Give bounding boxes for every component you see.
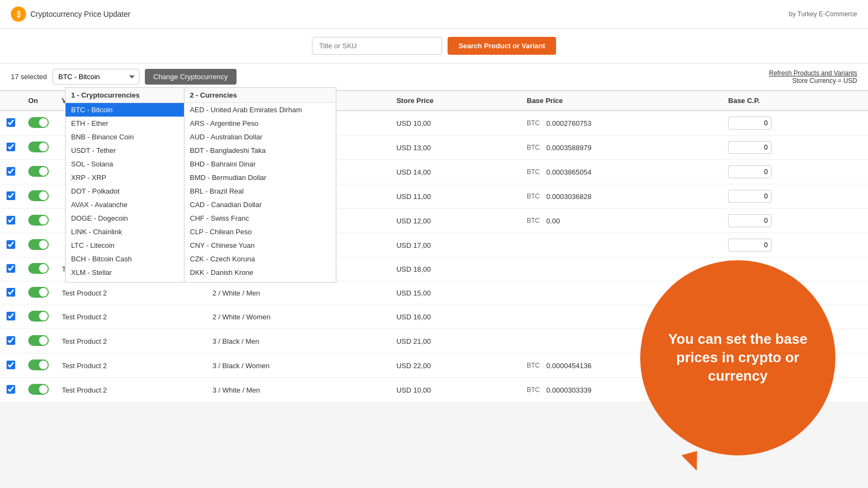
change-cryptocurrency-button[interactable]: Change Cryptocurrency xyxy=(145,69,237,85)
row-toggle-cell[interactable] xyxy=(22,184,55,209)
crypto-items[interactable]: BTC - BitcoinETH - EtherBNB - Binance Co… xyxy=(66,103,184,282)
row-checkbox-cell[interactable] xyxy=(0,136,22,160)
currency-list-item[interactable]: CZK - Czech Koruna xyxy=(184,252,336,266)
row-checkbox[interactable] xyxy=(7,191,15,200)
crypto-list-item[interactable]: XLM - Stellar xyxy=(66,266,184,279)
row-toggle[interactable] xyxy=(28,359,49,370)
currency-list-item[interactable]: EUR - Euro xyxy=(184,279,336,282)
row-checkbox-cell[interactable] xyxy=(0,258,22,281)
row-toggle[interactable] xyxy=(28,311,49,322)
crypto-dropdown-list[interactable]: 1 - Cryptocurrencies BTC - BitcoinETH - … xyxy=(65,87,184,282)
crypto-list-item[interactable]: LINK - Chainlink xyxy=(66,225,184,239)
row-base-cp-input[interactable] xyxy=(728,239,771,252)
currency-list-item[interactable]: CNY - Chinese Yuan xyxy=(184,239,336,252)
row-base-cp-input[interactable] xyxy=(728,165,771,178)
currency-list-item[interactable]: BRL - Brazil Real xyxy=(184,184,336,198)
row-checkbox-cell[interactable] xyxy=(0,329,22,354)
row-checkbox[interactable] xyxy=(7,336,15,345)
row-toggle[interactable] xyxy=(28,166,49,177)
row-toggle-cell[interactable] xyxy=(22,160,55,184)
currency-list-item[interactable]: AED - United Arab Emirates Dirham xyxy=(184,103,336,117)
row-base-value: 0.0003588979 xyxy=(546,144,591,152)
crypto-list-item[interactable]: ETH - Ether xyxy=(66,117,184,130)
row-base-cp-input[interactable] xyxy=(728,117,771,130)
row-checkbox[interactable] xyxy=(7,288,15,297)
crypto-list-item[interactable]: AVAX - Avalanche xyxy=(66,198,184,211)
search-button[interactable]: Search Product or Variant xyxy=(448,37,556,55)
row-toggle-cell[interactable] xyxy=(22,305,55,329)
crypto-list-item[interactable]: DOT - Polkadot xyxy=(66,184,184,198)
row-base-cp-input[interactable] xyxy=(728,214,771,227)
row-toggle[interactable] xyxy=(28,287,49,298)
row-checkbox[interactable] xyxy=(7,216,15,224)
currency-list-item[interactable]: CAD - Canadian Dollar xyxy=(184,198,336,211)
row-toggle[interactable] xyxy=(28,239,49,250)
row-checkbox[interactable] xyxy=(7,118,15,127)
row-toggle[interactable] xyxy=(28,215,49,226)
row-toggle-cell[interactable] xyxy=(22,354,55,378)
row-toggle[interactable] xyxy=(28,263,49,274)
currency-list-item[interactable]: BDT - Bangladeshi Taka xyxy=(184,144,336,157)
currency-list-item[interactable]: BMD - Bermudian Dollar xyxy=(184,171,336,184)
row-checkbox[interactable] xyxy=(7,312,15,320)
row-base-cp-input[interactable] xyxy=(728,141,771,154)
col-store-price: Store Price xyxy=(390,91,520,111)
row-checkbox-cell[interactable] xyxy=(0,160,22,184)
refresh-link[interactable]: Refresh Products and Variants xyxy=(769,69,857,77)
crypto-list-item[interactable]: SOL - Solana xyxy=(66,157,184,171)
row-toggle-cell[interactable] xyxy=(22,111,55,136)
row-checkbox-cell[interactable] xyxy=(0,305,22,329)
search-input[interactable] xyxy=(312,37,442,55)
row-base-cp[interactable] xyxy=(722,233,868,258)
crypto-list-item[interactable]: BTC - Bitcoin xyxy=(66,103,184,117)
crypto-list-item[interactable]: USDT - Tether xyxy=(66,144,184,157)
row-base-cp[interactable] xyxy=(722,184,868,209)
row-toggle[interactable] xyxy=(28,190,49,201)
row-checkbox-cell[interactable] xyxy=(0,209,22,233)
row-checkbox-cell[interactable] xyxy=(0,184,22,209)
row-checkbox-cell[interactable] xyxy=(0,378,22,402)
currency-items[interactable]: AED - United Arab Emirates DirhamARS - A… xyxy=(184,103,336,282)
row-base-cp[interactable] xyxy=(722,136,868,160)
row-toggle[interactable] xyxy=(28,142,49,152)
row-base-cp[interactable] xyxy=(722,209,868,233)
row-toggle-cell[interactable] xyxy=(22,281,55,305)
row-toggle-cell[interactable] xyxy=(22,233,55,258)
row-base-cp[interactable] xyxy=(722,160,868,184)
row-checkbox-cell[interactable] xyxy=(0,354,22,378)
row-toggle[interactable] xyxy=(28,335,49,346)
row-checkbox[interactable] xyxy=(7,361,15,369)
crypto-list-item[interactable]: DOGE - Dogecoin xyxy=(66,211,184,225)
currency-list-item[interactable]: ARS - Argentine Peso xyxy=(184,117,336,130)
row-base-cp-input[interactable] xyxy=(728,190,771,203)
currency-dropdown-list[interactable]: 2 - Currencies AED - United Arab Emirate… xyxy=(184,87,336,282)
row-toggle[interactable] xyxy=(28,384,49,395)
row-toggle-cell[interactable] xyxy=(22,378,55,402)
row-toggle[interactable] xyxy=(28,117,49,128)
currency-list-item[interactable]: CLP - Chilean Peso xyxy=(184,225,336,239)
currency-list-item[interactable]: BHD - Bahraini Dinar xyxy=(184,157,336,171)
row-checkbox-cell[interactable] xyxy=(0,233,22,258)
row-checkbox[interactable] xyxy=(7,167,15,176)
row-checkbox[interactable] xyxy=(7,240,15,249)
row-toggle-cell[interactable] xyxy=(22,136,55,160)
crypto-list-item[interactable]: LTC - Litecoin xyxy=(66,239,184,252)
crypto-select[interactable]: BTC - Bitcoin xyxy=(53,69,139,85)
row-base-currency: BTC xyxy=(527,192,542,200)
row-checkbox[interactable] xyxy=(7,143,15,151)
row-toggle-cell[interactable] xyxy=(22,329,55,354)
row-checkbox-cell[interactable] xyxy=(0,111,22,136)
row-checkbox[interactable] xyxy=(7,264,15,273)
row-checkbox-cell[interactable] xyxy=(0,281,22,305)
crypto-list-item[interactable]: XRP - XRP xyxy=(66,171,184,184)
row-base-cp[interactable] xyxy=(722,111,868,136)
crypto-list-item[interactable]: BNB - Binance Coin xyxy=(66,130,184,144)
crypto-list-item[interactable]: BCH - Bitcoin Cash xyxy=(66,252,184,266)
crypto-list-item[interactable]: ETC - Ethereum Classic xyxy=(66,279,184,282)
row-checkbox[interactable] xyxy=(7,385,15,394)
currency-list-item[interactable]: DKK - Danish Krone xyxy=(184,266,336,279)
currency-list-item[interactable]: CHF - Swiss Franc xyxy=(184,211,336,225)
currency-list-item[interactable]: AUD - Australian Dollar xyxy=(184,130,336,144)
row-toggle-cell[interactable] xyxy=(22,209,55,233)
row-toggle-cell[interactable] xyxy=(22,258,55,281)
